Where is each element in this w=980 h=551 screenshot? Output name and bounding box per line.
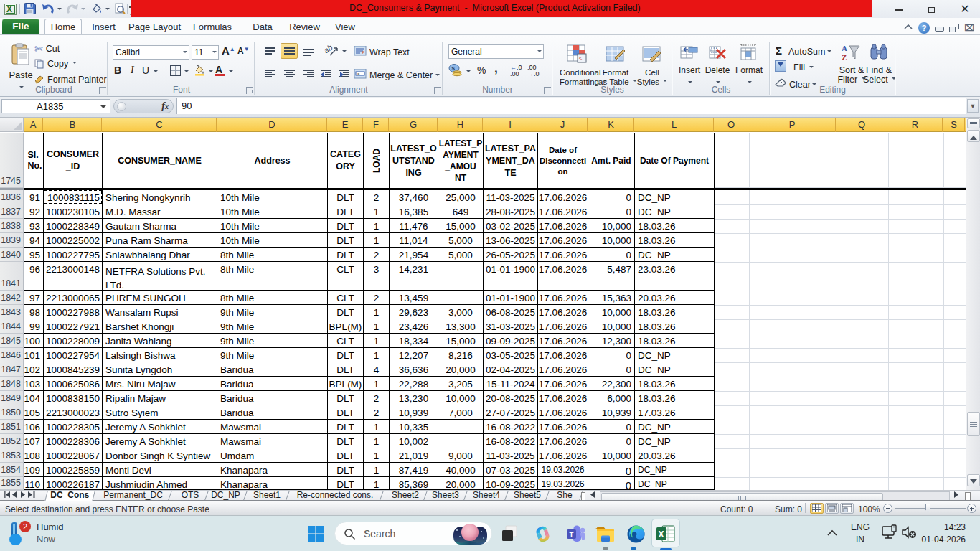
- svg-text:Z: Z: [842, 53, 847, 62]
- svg-text:≤: ≤: [579, 55, 583, 62]
- svg-text:X: X: [659, 529, 664, 540]
- svg-text:T: T: [570, 530, 574, 538]
- svg-text:A: A: [842, 44, 847, 52]
